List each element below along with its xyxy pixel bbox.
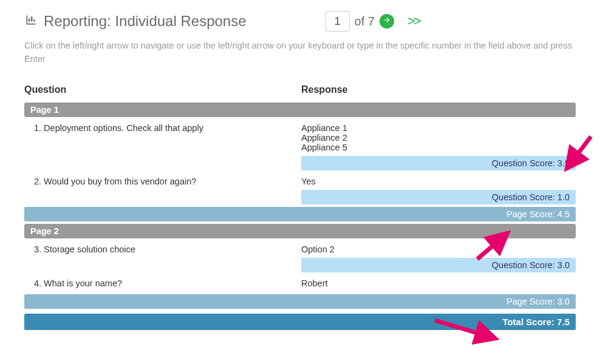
last-button[interactable]: >>	[407, 13, 420, 29]
question-text: 1. Deployment options. Check all that ap…	[34, 123, 301, 152]
question-text: 3. Storage solution choice	[34, 244, 301, 254]
question-row: 3. Storage solution choiceOption 2	[24, 238, 576, 258]
response-text: Robert	[301, 278, 566, 288]
response-text: Appliance 1Appliance 2Appliance 5	[301, 123, 566, 152]
page-total-label: of 7	[355, 15, 375, 29]
page-score: Page Score: 4.5	[24, 207, 576, 221]
question-row: 2. Would you buy from this vendor again?…	[24, 170, 576, 190]
question-text: 2. Would you buy from this vendor again?	[34, 177, 301, 186]
question-score: Question Score: 1.0	[301, 190, 576, 204]
page-title-text: Reporting: Individual Response	[44, 13, 247, 30]
question-text: 4. What is your name?	[34, 278, 301, 288]
column-header-question: Question	[24, 84, 301, 95]
page-title: Reporting: Individual Response	[24, 13, 247, 30]
page-header: Page 2	[24, 224, 576, 238]
question-row: 4. What is your name?Robert	[24, 272, 576, 292]
question-score: Question Score: 3.0	[301, 258, 576, 272]
column-header-response: Response	[301, 84, 576, 95]
page-number-input[interactable]	[326, 11, 350, 32]
response-text: Option 2	[301, 244, 566, 254]
question-score: Question Score: 3.5	[301, 156, 576, 170]
column-headers: Question Response	[24, 84, 576, 95]
arrow-right-icon	[383, 16, 391, 27]
total-score: Total Score: 7.5	[24, 314, 576, 330]
page-score: Page Score: 3.0	[24, 294, 576, 309]
next-button[interactable]	[380, 14, 394, 29]
pagination: of 7 >>	[326, 11, 420, 32]
response-text: Yes	[301, 177, 566, 186]
question-row: 1. Deployment options. Check all that ap…	[24, 117, 576, 156]
page-header: Page 1	[24, 103, 576, 117]
bar-chart-icon	[24, 13, 38, 30]
instructions-text: Click on the left/right arrow to navigat…	[24, 39, 576, 66]
